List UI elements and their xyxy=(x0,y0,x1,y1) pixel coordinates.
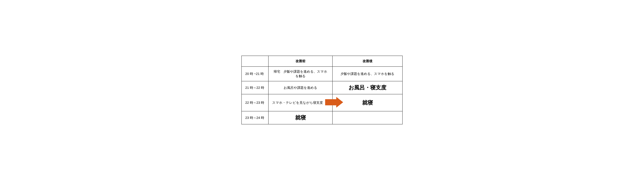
before-cell-2: お風呂や課題を進める xyxy=(268,81,332,94)
svg-marker-0 xyxy=(325,97,343,107)
table-row: 20 時 ~21 時 帰宅 夕飯や課題を進める、スマホを触る 夕飯や課題を進める… xyxy=(242,67,402,81)
time-cell-3: 22 時～23 時 xyxy=(242,94,268,111)
before-cell-3: スマホ・テレビを見ながら寝支度 xyxy=(268,94,332,111)
before-text-3: スマホ・テレビを見ながら寝支度 xyxy=(272,100,325,105)
after-cell-4 xyxy=(332,111,402,124)
schedule-table-container: 改善前 改善後 20 時 ~21 時 帰宅 夕飯や課題を進める、スマホを触る 夕… xyxy=(242,56,402,124)
schedule-table: 改善前 改善後 20 時 ~21 時 帰宅 夕飯や課題を進める、スマホを触る 夕… xyxy=(242,56,402,124)
time-cell-2: 21 時～22 時 xyxy=(242,81,268,94)
table-row: 22 時～23 時 スマホ・テレビを見ながら寝支度 就寝 xyxy=(242,94,402,111)
header-row: 改善前 改善後 xyxy=(242,56,402,67)
after-cell-1: 夕飯や課題を進める、スマホを触る xyxy=(332,67,402,81)
table-row: 21 時～22 時 お風呂や課題を進める お風呂・寝支度 xyxy=(242,81,402,94)
before-arrow-container: スマホ・テレビを見ながら寝支度 xyxy=(272,97,329,108)
header-before: 改善前 xyxy=(268,56,332,67)
header-after: 改善後 xyxy=(332,56,402,67)
time-cell-4: 23 時～24 時 xyxy=(242,111,268,124)
before-cell-1: 帰宅 夕飯や課題を進める、スマホを触る xyxy=(268,67,332,81)
header-time xyxy=(242,56,268,67)
before-cell-4: 就寝 xyxy=(268,111,332,124)
after-cell-2: お風呂・寝支度 xyxy=(332,81,402,94)
table-row: 23 時～24 時 就寝 xyxy=(242,111,402,124)
arrow-icon xyxy=(325,97,343,108)
time-cell-1: 20 時 ~21 時 xyxy=(242,67,268,81)
